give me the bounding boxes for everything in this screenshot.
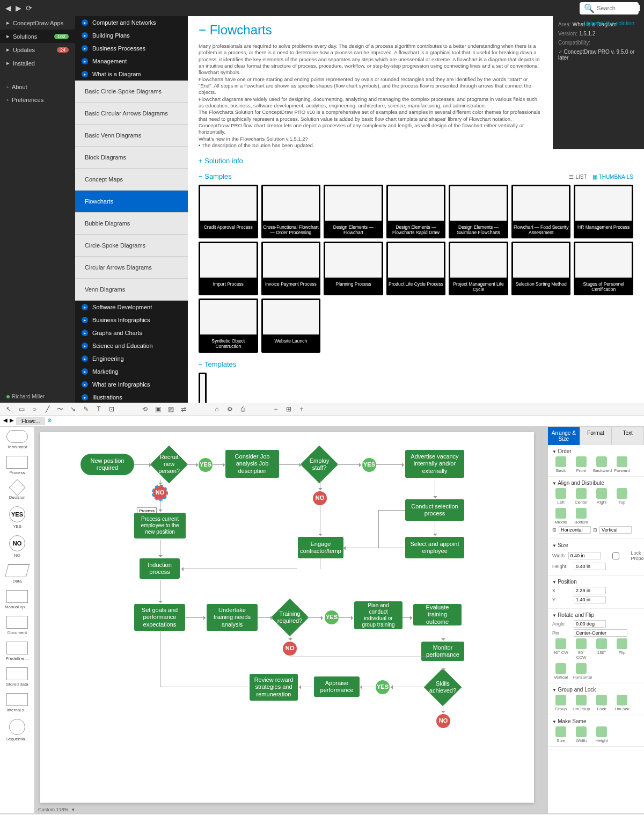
palette-stored-data[interactable]: Stored data <box>3 667 31 687</box>
height-input[interactable] <box>574 563 606 570</box>
node-skills[interactable]: Skills achieved? <box>424 668 462 707</box>
canvas-wrap[interactable]: New position required Recruit new person… <box>35 427 547 813</box>
section-samples[interactable]: Samples <box>199 172 633 180</box>
refresh-icon[interactable]: ⟳ <box>26 4 32 12</box>
angle-input[interactable] <box>574 620 606 628</box>
section-position-title[interactable]: Position <box>552 579 640 585</box>
node-yes-1[interactable]: YES <box>199 458 213 472</box>
section-solution-info[interactable]: Solution info <box>199 157 633 165</box>
search-input[interactable] <box>597 5 640 11</box>
action-180-[interactable]: 180° <box>593 638 610 660</box>
palette-decision[interactable]: Decision <box>3 482 31 500</box>
width-input[interactable] <box>568 552 601 559</box>
node-monitor[interactable]: Monitor performance <box>421 642 464 661</box>
section-templates[interactable]: Templates <box>199 360 633 368</box>
action-forward[interactable]: Forward <box>613 456 631 473</box>
lock-proportions-checkbox[interactable] <box>603 552 630 559</box>
category-marketing[interactable]: ▸Marketing <box>75 365 188 378</box>
node-conduct-selection[interactable]: Conduct selection process <box>405 499 464 521</box>
subcategory-basic-circular-arrows-diagrams[interactable]: Basic Circular Arrows Diagrams <box>75 103 188 125</box>
sample-card[interactable]: Stages of Personnel Certification <box>574 242 633 295</box>
node-yes-2[interactable]: YES <box>362 458 376 472</box>
ungroup-icon[interactable]: ▨ <box>166 405 175 413</box>
action-size[interactable]: Size <box>552 726 569 743</box>
action-90-cw[interactable]: 90° CW <box>552 638 569 660</box>
category-what-are-infographics[interactable]: ▸What are Infographics <box>75 378 188 391</box>
section-align-title[interactable]: Align and Distribute <box>552 480 640 486</box>
action-top[interactable]: Top <box>613 488 631 505</box>
sample-card[interactable]: Import Process <box>199 242 258 295</box>
flip-icon[interactable]: ⇄ <box>179 405 188 413</box>
category-graphs-and-charts[interactable]: ▸Graphs and Charts <box>75 326 188 339</box>
category-building-plans[interactable]: ▸Building Plans <box>75 29 188 42</box>
tab-close-icon[interactable]: ⊗ <box>47 417 52 425</box>
palette-terminator[interactable]: Terminator <box>3 430 31 449</box>
zoom-out-icon[interactable]: − <box>272 405 280 413</box>
sample-card[interactable]: Cross-Functional Flowchart — Order Proce… <box>261 185 321 238</box>
action-bottom[interactable]: Bottom <box>573 508 590 525</box>
node-advertise[interactable]: Advertise vacancy internally and/or exte… <box>405 450 464 478</box>
node-employ-staff[interactable]: Employ staff? <box>301 446 339 484</box>
pointer-icon[interactable]: ↖ <box>4 405 13 413</box>
palette-sequentia-[interactable]: Sequentia... <box>3 719 31 741</box>
forward-icon[interactable]: ▶ <box>16 4 21 12</box>
gear-icon[interactable]: ⚙ <box>225 405 234 413</box>
section-same-title[interactable]: Make Same <box>552 718 640 724</box>
sample-card[interactable]: Credit Approval Process <box>199 185 258 238</box>
sample-card[interactable]: Website Launch <box>261 299 321 352</box>
subcategory-basic-venn-diagrams[interactable]: Basic Venn Diagrams <box>75 125 188 147</box>
node-engage-contractor[interactable]: Engage contractor/temp <box>298 537 343 558</box>
palette-no[interactable]: NONO <box>3 535 31 558</box>
uninstall-link[interactable]: Uninstall this solution <box>584 20 634 26</box>
node-yes-4[interactable]: YES <box>376 680 390 694</box>
subcategory-bubble-diagrams[interactable]: Bubble Diagrams <box>75 213 188 235</box>
nav-item-preferences[interactable]: ◦Preferences <box>0 93 75 106</box>
zoom-in-icon[interactable]: + <box>297 405 306 413</box>
pin-input[interactable] <box>574 629 627 637</box>
palette-manual-op-[interactable]: Manual op ... <box>3 590 31 609</box>
node-set-goals[interactable]: Set goals and performance expectations <box>134 604 185 631</box>
nav-item-about[interactable]: ◦About <box>0 81 75 93</box>
view-thumbnails[interactable]: ▦ THUMBNAILS <box>592 174 633 180</box>
node-plan-conduct[interactable]: Plan and conduct individual or group tra… <box>354 601 402 629</box>
category-science-and-education[interactable]: ▸Science and Education <box>75 339 188 352</box>
text-tool-icon[interactable]: T <box>94 405 103 413</box>
sample-card[interactable]: Flowchart — Food Security Assessment <box>511 185 571 238</box>
action-unlock[interactable]: UnLock <box>613 695 631 711</box>
action-ungroup[interactable]: UnGroup <box>573 695 590 711</box>
action-backward[interactable]: Backward <box>593 456 610 473</box>
x-input[interactable] <box>574 587 606 594</box>
subcategory-flowcharts[interactable]: Flowcharts <box>75 191 188 213</box>
category-business-processes[interactable]: ▸Business Processes <box>75 42 188 55</box>
rect-tool-icon[interactable]: ▭ <box>17 405 26 413</box>
node-consider[interactable]: Consider Job analysis Job description <box>225 450 279 478</box>
curve-tool-icon[interactable]: 〜 <box>56 405 64 413</box>
canvas[interactable]: New position required Recruit new person… <box>40 432 534 803</box>
align-h-select[interactable] <box>559 526 591 534</box>
document-tab[interactable]: Flowc... <box>16 417 45 425</box>
action-lock[interactable]: Lock <box>593 695 610 711</box>
print-icon[interactable]: ⎙ <box>238 405 247 413</box>
tab-nav-left[interactable]: ◀ <box>3 417 8 425</box>
node-review-reward[interactable]: Review reward strategies and remuneratio… <box>250 674 298 701</box>
sample-card[interactable]: Selection Sorting Method <box>511 242 571 295</box>
action-front[interactable]: Front <box>573 456 590 473</box>
zoom-fit-icon[interactable]: ⊞ <box>284 405 293 413</box>
subcategory-block-diagrams[interactable]: Block Diagrams <box>75 147 188 169</box>
subcategory-circle-spoke-diagrams[interactable]: Circle-Spoke Diagrams <box>75 235 188 257</box>
node-no-1-selected[interactable]: NO <box>153 486 167 500</box>
subcategory-concept-maps[interactable]: Concept Maps <box>75 169 188 191</box>
palette-predefine-[interactable]: Predefine ... <box>3 642 31 661</box>
category-computer-and-networks[interactable]: ▸Computer and Networks <box>75 16 188 29</box>
nav-item-solutions[interactable]: ▸Solutions102 <box>0 30 75 43</box>
align-v-select[interactable] <box>599 526 632 534</box>
search-box[interactable]: 🔍 <box>580 2 639 14</box>
action-90-ccw[interactable]: 90° CCW <box>573 638 590 660</box>
palette-process[interactable]: Process <box>3 456 31 475</box>
node-no-4[interactable]: NO <box>436 714 450 728</box>
nav-item-installed[interactable]: ▸Installed <box>0 56 75 70</box>
zoom-control[interactable]: Custom 118% ▾ <box>38 807 75 812</box>
sample-card[interactable]: Product Life Cycle Process <box>386 242 446 295</box>
tab-text[interactable]: Text <box>612 427 644 445</box>
category-illustrations[interactable]: ▸Illustrations <box>75 391 188 403</box>
